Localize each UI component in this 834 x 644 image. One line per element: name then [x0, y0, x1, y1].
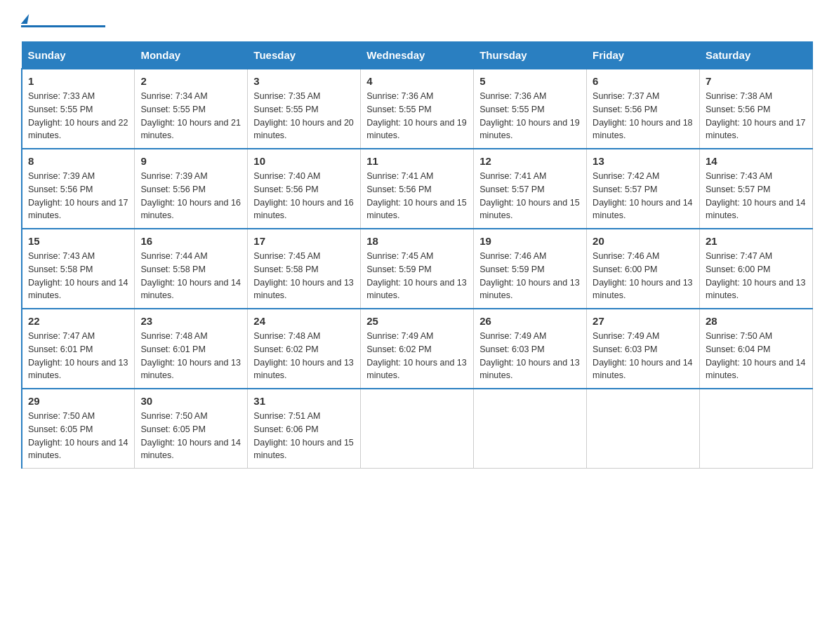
day-info: Sunrise: 7:49 AM Sunset: 6:03 PM Dayligh… — [479, 330, 581, 382]
page-header — [21, 14, 813, 27]
day-number: 17 — [253, 235, 355, 247]
day-info: Sunrise: 7:43 AM Sunset: 5:57 PM Dayligh… — [706, 170, 807, 222]
day-info: Sunrise: 7:45 AM Sunset: 5:59 PM Dayligh… — [366, 250, 468, 302]
day-info: Sunrise: 7:41 AM Sunset: 5:57 PM Dayligh… — [479, 170, 581, 222]
day-info: Sunrise: 7:47 AM Sunset: 6:00 PM Dayligh… — [706, 250, 807, 302]
day-info: Sunrise: 7:51 AM Sunset: 6:06 PM Dayligh… — [253, 410, 355, 462]
calendar-cell: 1 Sunrise: 7:33 AM Sunset: 5:55 PM Dayli… — [22, 69, 135, 149]
calendar-cell: 18 Sunrise: 7:45 AM Sunset: 5:59 PM Dayl… — [361, 229, 474, 309]
calendar-header-thursday: Thursday — [474, 42, 587, 69]
day-info: Sunrise: 7:50 AM Sunset: 6:05 PM Dayligh… — [28, 410, 128, 462]
day-info: Sunrise: 7:43 AM Sunset: 5:58 PM Dayligh… — [28, 250, 128, 302]
day-number: 7 — [706, 75, 807, 87]
week-row-4: 22 Sunrise: 7:47 AM Sunset: 6:01 PM Dayl… — [22, 309, 813, 389]
calendar-header-sunday: Sunday — [22, 42, 135, 69]
day-info: Sunrise: 7:44 AM Sunset: 5:58 PM Dayligh… — [140, 250, 241, 302]
day-info: Sunrise: 7:48 AM Sunset: 6:01 PM Dayligh… — [140, 330, 241, 382]
logo — [21, 14, 105, 27]
calendar-cell: 24 Sunrise: 7:48 AM Sunset: 6:02 PM Dayl… — [248, 309, 361, 389]
calendar-cell: 21 Sunrise: 7:47 AM Sunset: 6:00 PM Dayl… — [700, 229, 813, 309]
calendar-header-row: SundayMondayTuesdayWednesdayThursdayFrid… — [22, 42, 813, 69]
day-info: Sunrise: 7:35 AM Sunset: 5:55 PM Dayligh… — [253, 90, 355, 142]
calendar-cell: 8 Sunrise: 7:39 AM Sunset: 5:56 PM Dayli… — [22, 149, 135, 229]
day-info: Sunrise: 7:49 AM Sunset: 6:02 PM Dayligh… — [366, 330, 468, 382]
calendar-cell: 13 Sunrise: 7:42 AM Sunset: 5:57 PM Dayl… — [587, 149, 700, 229]
calendar-cell — [587, 389, 700, 469]
day-number: 12 — [479, 155, 581, 167]
day-number: 20 — [593, 235, 694, 247]
day-number: 6 — [593, 75, 694, 87]
calendar-cell: 27 Sunrise: 7:49 AM Sunset: 6:03 PM Dayl… — [587, 309, 700, 389]
week-row-5: 29 Sunrise: 7:50 AM Sunset: 6:05 PM Dayl… — [22, 389, 813, 469]
day-number: 8 — [28, 155, 128, 167]
day-number: 15 — [28, 235, 128, 247]
day-info: Sunrise: 7:40 AM Sunset: 5:56 PM Dayligh… — [253, 170, 355, 222]
logo-text — [21, 14, 29, 24]
day-info: Sunrise: 7:37 AM Sunset: 5:56 PM Dayligh… — [593, 90, 694, 142]
week-row-2: 8 Sunrise: 7:39 AM Sunset: 5:56 PM Dayli… — [22, 149, 813, 229]
day-info: Sunrise: 7:45 AM Sunset: 5:58 PM Dayligh… — [253, 250, 355, 302]
calendar-cell — [361, 389, 474, 469]
day-number: 23 — [140, 315, 241, 327]
calendar-header-wednesday: Wednesday — [361, 42, 474, 69]
calendar-cell: 31 Sunrise: 7:51 AM Sunset: 6:06 PM Dayl… — [248, 389, 361, 469]
day-number: 27 — [593, 315, 694, 327]
day-info: Sunrise: 7:39 AM Sunset: 5:56 PM Dayligh… — [28, 170, 128, 222]
day-info: Sunrise: 7:38 AM Sunset: 5:56 PM Dayligh… — [706, 90, 807, 142]
calendar-cell: 5 Sunrise: 7:36 AM Sunset: 5:55 PM Dayli… — [474, 69, 587, 149]
day-info: Sunrise: 7:34 AM Sunset: 5:55 PM Dayligh… — [140, 90, 241, 142]
calendar-cell: 12 Sunrise: 7:41 AM Sunset: 5:57 PM Dayl… — [474, 149, 587, 229]
day-number: 24 — [253, 315, 355, 327]
day-info: Sunrise: 7:47 AM Sunset: 6:01 PM Dayligh… — [28, 330, 128, 382]
calendar-cell: 17 Sunrise: 7:45 AM Sunset: 5:58 PM Dayl… — [248, 229, 361, 309]
week-row-1: 1 Sunrise: 7:33 AM Sunset: 5:55 PM Dayli… — [22, 69, 813, 149]
day-info: Sunrise: 7:46 AM Sunset: 6:00 PM Dayligh… — [593, 250, 694, 302]
calendar-cell: 15 Sunrise: 7:43 AM Sunset: 5:58 PM Dayl… — [22, 229, 135, 309]
calendar-cell: 28 Sunrise: 7:50 AM Sunset: 6:04 PM Dayl… — [700, 309, 813, 389]
day-number: 1 — [28, 75, 128, 87]
calendar-cell: 14 Sunrise: 7:43 AM Sunset: 5:57 PM Dayl… — [700, 149, 813, 229]
day-number: 16 — [140, 235, 241, 247]
day-info: Sunrise: 7:36 AM Sunset: 5:55 PM Dayligh… — [366, 90, 468, 142]
calendar-cell: 29 Sunrise: 7:50 AM Sunset: 6:05 PM Dayl… — [22, 389, 135, 469]
calendar-cell: 6 Sunrise: 7:37 AM Sunset: 5:56 PM Dayli… — [587, 69, 700, 149]
calendar-header-tuesday: Tuesday — [248, 42, 361, 69]
day-number: 31 — [253, 395, 355, 407]
day-number: 21 — [706, 235, 807, 247]
calendar-cell — [700, 389, 813, 469]
calendar-cell — [474, 389, 587, 469]
day-number: 3 — [253, 75, 355, 87]
calendar-cell: 25 Sunrise: 7:49 AM Sunset: 6:02 PM Dayl… — [361, 309, 474, 389]
calendar-cell: 19 Sunrise: 7:46 AM Sunset: 5:59 PM Dayl… — [474, 229, 587, 309]
day-info: Sunrise: 7:33 AM Sunset: 5:55 PM Dayligh… — [28, 90, 128, 142]
calendar-cell: 7 Sunrise: 7:38 AM Sunset: 5:56 PM Dayli… — [700, 69, 813, 149]
day-number: 13 — [593, 155, 694, 167]
calendar-header-monday: Monday — [135, 42, 248, 69]
day-info: Sunrise: 7:50 AM Sunset: 6:05 PM Dayligh… — [140, 410, 241, 462]
day-number: 14 — [706, 155, 807, 167]
day-number: 22 — [28, 315, 128, 327]
calendar-cell: 16 Sunrise: 7:44 AM Sunset: 5:58 PM Dayl… — [135, 229, 248, 309]
calendar-cell: 20 Sunrise: 7:46 AM Sunset: 6:00 PM Dayl… — [587, 229, 700, 309]
calendar-cell: 26 Sunrise: 7:49 AM Sunset: 6:03 PM Dayl… — [474, 309, 587, 389]
day-info: Sunrise: 7:42 AM Sunset: 5:57 PM Dayligh… — [593, 170, 694, 222]
day-info: Sunrise: 7:39 AM Sunset: 5:56 PM Dayligh… — [140, 170, 241, 222]
day-number: 11 — [366, 155, 468, 167]
calendar-cell: 9 Sunrise: 7:39 AM Sunset: 5:56 PM Dayli… — [135, 149, 248, 229]
day-info: Sunrise: 7:50 AM Sunset: 6:04 PM Dayligh… — [706, 330, 807, 382]
day-number: 10 — [253, 155, 355, 167]
day-info: Sunrise: 7:49 AM Sunset: 6:03 PM Dayligh… — [593, 330, 694, 382]
day-number: 18 — [366, 235, 468, 247]
day-info: Sunrise: 7:48 AM Sunset: 6:02 PM Dayligh… — [253, 330, 355, 382]
day-number: 2 — [140, 75, 241, 87]
day-number: 25 — [366, 315, 468, 327]
logo-divider — [21, 25, 105, 27]
calendar-cell: 30 Sunrise: 7:50 AM Sunset: 6:05 PM Dayl… — [135, 389, 248, 469]
calendar-cell: 23 Sunrise: 7:48 AM Sunset: 6:01 PM Dayl… — [135, 309, 248, 389]
week-row-3: 15 Sunrise: 7:43 AM Sunset: 5:58 PM Dayl… — [22, 229, 813, 309]
day-info: Sunrise: 7:41 AM Sunset: 5:56 PM Dayligh… — [366, 170, 468, 222]
calendar-header-friday: Friday — [587, 42, 700, 69]
day-info: Sunrise: 7:36 AM Sunset: 5:55 PM Dayligh… — [479, 90, 581, 142]
calendar-header-saturday: Saturday — [700, 42, 813, 69]
day-number: 4 — [366, 75, 468, 87]
